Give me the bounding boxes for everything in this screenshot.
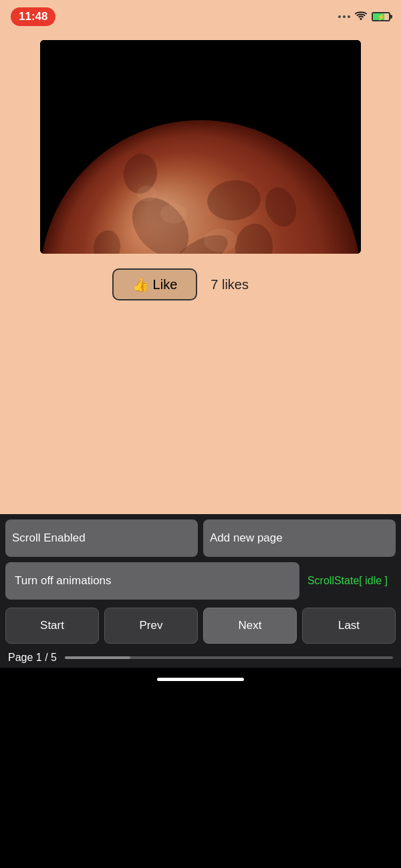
toolbar-row1: Scroll Enabled Add new page	[0, 514, 401, 560]
turn-off-animations-button[interactable]: Turn off animations	[5, 562, 299, 600]
main-content: 👍 Like 7 likes Scroll Enabled Add new pa…	[0, 33, 401, 668]
status-time: 11:48	[11, 7, 55, 26]
last-button[interactable]: Last	[302, 608, 396, 644]
progress-bar-fill	[65, 656, 130, 659]
like-button[interactable]: 👍 Like	[112, 268, 197, 300]
page-indicator: Page 1 / 5	[0, 649, 401, 668]
page-text: Page 1 / 5	[8, 652, 57, 664]
add-new-page-button[interactable]: Add new page	[203, 519, 396, 557]
battery-icon: ⚡	[372, 12, 390, 21]
status-icons: ⚡	[338, 10, 390, 24]
like-count: 7 likes	[211, 277, 249, 292]
home-indicator	[0, 668, 401, 690]
next-button[interactable]: Next	[203, 608, 297, 644]
start-button[interactable]: Start	[5, 608, 99, 644]
svg-point-0	[360, 18, 362, 20]
bottom-toolbar: Scroll Enabled Add new page Turn off ani…	[0, 514, 401, 668]
home-bar	[157, 678, 244, 681]
moon-canvas	[40, 40, 361, 254]
scroll-state-label: ScrollState[ idle ]	[299, 575, 396, 587]
progress-bar	[65, 656, 393, 659]
like-section: 👍 Like 7 likes	[112, 268, 249, 300]
status-bar: 11:48 ⚡	[0, 0, 401, 33]
wifi-icon	[354, 10, 368, 24]
toolbar-row2: Turn off animations ScrollState[ idle ]	[0, 560, 401, 602]
signal-dots-icon	[338, 15, 350, 18]
scroll-enabled-button[interactable]: Scroll Enabled	[5, 519, 198, 557]
moon-image-container	[40, 40, 361, 254]
toolbar-row3: Start Prev Next Last	[0, 602, 401, 649]
prev-button[interactable]: Prev	[104, 608, 198, 644]
